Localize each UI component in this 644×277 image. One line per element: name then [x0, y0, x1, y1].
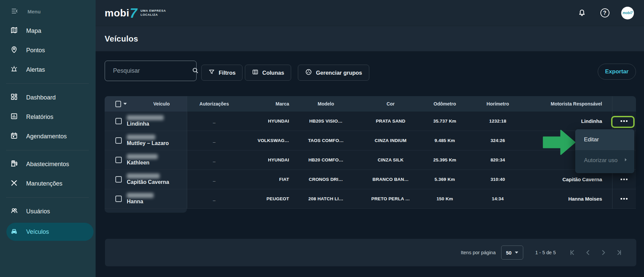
frozen-column-divider [187, 96, 187, 209]
column-header-marca[interactable]: Marca [241, 96, 292, 112]
column-header-cor[interactable]: Cor [360, 96, 421, 112]
last-page-button[interactable] [613, 247, 624, 258]
row-actions-button[interactable] [618, 195, 630, 202]
context-menu-item-editar[interactable]: Editar [575, 129, 634, 150]
vehicle-cell: Muttley – Lazaro [127, 131, 187, 150]
dashboard-icon [10, 93, 18, 102]
search-icon [192, 67, 199, 75]
context-menu-item-autorizar-uso[interactable]: Autorizar uso [575, 150, 634, 171]
items-per-page-value: 50 [506, 250, 512, 256]
vehicle-plate-redacted [127, 174, 160, 179]
sidebar-item-abastecimentos[interactable]: Abastecimentos [6, 156, 94, 172]
page-title: Veículos [105, 34, 138, 44]
column-header-autorizacoes[interactable]: Autorizações [187, 96, 241, 112]
pin-icon [10, 46, 18, 55]
sidebar-item-alertas[interactable]: Alertas [6, 62, 94, 78]
row-actions-button[interactable] [618, 176, 630, 183]
cell-modelo: TAOS COMFO… [292, 131, 360, 150]
sidebar-item-label: Alertas [26, 66, 45, 73]
siren-icon [10, 65, 18, 75]
select-all-checkbox[interactable] [115, 101, 121, 107]
manage-groups-button[interactable]: Gerenciar grupos [298, 65, 369, 81]
column-header-veiculo[interactable]: Veículo [127, 96, 187, 112]
export-button[interactable]: Exportar [598, 64, 636, 80]
sidebar-item-manutencoes[interactable]: Manutenções [6, 176, 94, 192]
vehicle-name: Hanna [127, 199, 143, 205]
cell-autorizacoes: _ [187, 112, 241, 131]
select-all-cell [105, 96, 127, 112]
row-checkbox[interactable] [115, 176, 122, 183]
cell-odometro: 5.369 Km [421, 170, 468, 189]
cell-odometro: 25.395 Km [421, 150, 468, 169]
user-avatar[interactable]: mobi7 [621, 7, 634, 19]
first-page-button[interactable] [567, 247, 578, 258]
column-header-modelo[interactable]: Modelo [292, 96, 360, 112]
sidebar-item-agendamentos[interactable]: Agendamentos [6, 128, 94, 144]
filters-button[interactable]: Filtros [201, 65, 243, 81]
table-row: Lindinha _ HYUNDAI HB20S VISIO… PRATA SA… [105, 112, 636, 131]
cell-motorista: Hanna Moises [527, 189, 612, 208]
sidebar-item-pontos[interactable]: Pontos [6, 42, 94, 58]
bell-icon [577, 8, 587, 18]
select-menu-caret-icon[interactable] [123, 103, 127, 105]
sidebar-collapse-button[interactable]: Menu [0, 5, 96, 18]
column-header-actions [612, 96, 636, 112]
chevron-down-icon [515, 252, 518, 254]
sidebar-item-label: Usuários [26, 208, 50, 215]
row-checkbox[interactable] [115, 137, 122, 144]
items-per-page-label: Itens por página [461, 250, 496, 255]
column-header-horimetro[interactable]: Horímetro [468, 96, 527, 112]
cell-motorista: Lindinha [527, 112, 612, 131]
annotation-arrow [543, 129, 576, 157]
table-header-row: Veículo Autorizações Marca Modelo Cor Od… [105, 96, 636, 112]
sidebar-item-label: Manutenções [26, 180, 62, 187]
tools-icon [10, 179, 18, 189]
sidebar-item-mapa[interactable]: Mapa [6, 23, 94, 39]
cell-horimetro: 310:40 [468, 170, 527, 189]
cell-horimetro: 324:26 [468, 131, 527, 150]
cell-horimetro: 1232:18 [468, 112, 527, 131]
columns-icon [252, 69, 259, 77]
row-checkbox-cell [105, 170, 127, 189]
sidebar-item-label: Pontos [26, 47, 45, 54]
cell-modelo: 208 HATCH LI… [292, 189, 360, 208]
vehicle-cell: Capitão Caverna [127, 170, 187, 189]
sidebar-item-veiculos[interactable]: Veículos [6, 223, 94, 241]
manage-groups-label: Gerenciar grupos [316, 70, 362, 76]
car-icon [10, 227, 18, 237]
column-header-motorista[interactable]: Motorista Responsável [527, 96, 612, 112]
sidebar-divider [6, 150, 89, 150]
row-checkbox[interactable] [115, 157, 122, 163]
vehicle-plate-redacted [127, 135, 155, 140]
previous-page-button[interactable] [583, 247, 593, 258]
column-header-odometro[interactable]: Odômetro [421, 96, 468, 112]
cell-horimetro: 820:34 [468, 150, 527, 169]
row-checkbox[interactable] [115, 118, 122, 124]
cell-cor: PRETO PERLA … [360, 189, 421, 208]
notifications-button[interactable] [576, 7, 588, 19]
cell-modelo: CRONOS DRI… [292, 170, 360, 189]
sidebar-item-usuarios[interactable]: Usuários [6, 203, 94, 219]
pagination-bar: Itens por página 50 1 - 5 de 5 [105, 239, 636, 266]
sidebar-item-label: Mapa [26, 27, 41, 34]
main-content: Filtros Colunas Gerenciar grupos Exporta… [96, 51, 644, 277]
sidebar-item-relatorios[interactable]: Relatórios [6, 109, 94, 125]
help-button[interactable]: ? [598, 7, 611, 19]
next-page-button[interactable] [598, 247, 609, 258]
filters-label: Filtros [219, 70, 235, 76]
items-per-page-select[interactable]: 50 [501, 246, 523, 260]
row-checkbox[interactable] [115, 196, 122, 202]
search-input[interactable] [112, 67, 192, 75]
cell-odometro: 150 Km [421, 189, 468, 208]
sidebar: Menu Mapa Pontos Alertas Dashboard Relat… [0, 0, 96, 277]
sidebar-item-dashboard[interactable]: Dashboard [6, 89, 94, 106]
cell-cor: CINZA INDIUM [360, 131, 421, 150]
sidebar-item-label: Dashboard [26, 94, 56, 101]
cell-autorizacoes: _ [187, 150, 241, 169]
table-row: Hanna _ PEUGEOT 208 HATCH LI… PRETO PERL… [105, 189, 636, 209]
columns-button[interactable]: Colunas [245, 65, 291, 81]
groups-icon [305, 68, 312, 77]
cell-odometro: 9.485 Km [421, 131, 468, 150]
bar-chart-icon [10, 112, 18, 122]
vehicle-name: Muttley – Lazaro [127, 140, 169, 146]
